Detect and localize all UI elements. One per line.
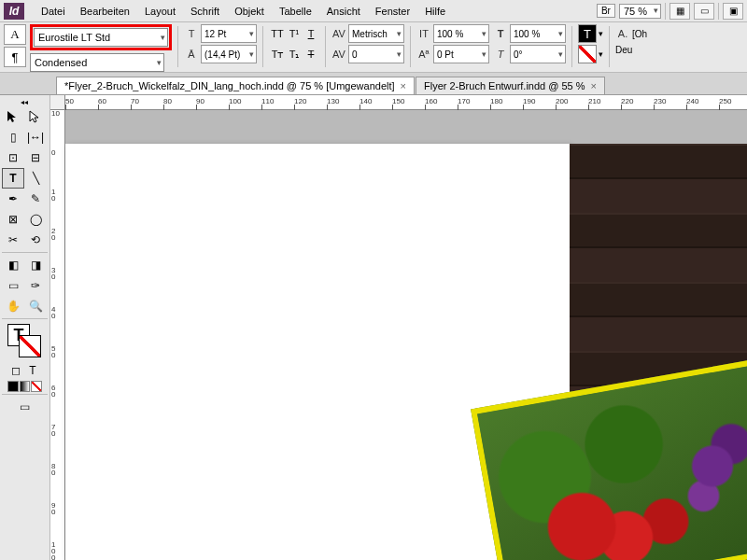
font-family-dropdown[interactable]: Eurostile LT Std (34, 28, 168, 47)
menu-objekt[interactable]: Objekt (227, 1, 272, 21)
wood-background-image[interactable] (570, 144, 747, 560)
horizontal-ruler[interactable]: 5060708090100110120130140150160170180190… (65, 95, 747, 110)
menu-bearbeiten[interactable]: Bearbeiten (73, 1, 137, 21)
rectangle-tool[interactable]: ◯ (24, 209, 47, 230)
apply-none-swatch[interactable] (31, 381, 42, 392)
pasteboard[interactable] (65, 110, 747, 560)
ruler-tick: 1 0 (51, 189, 61, 202)
ruler-tick: 2 0 (51, 228, 61, 241)
vscale-field[interactable]: 100 % (433, 24, 489, 43)
tab-active-document[interactable]: *Flyer_2-Bruch_Wickelfalz_DIN_lang_hoch.… (56, 77, 415, 94)
menu-tabelle[interactable]: Tabelle (272, 1, 319, 21)
apply-gradient-swatch[interactable] (20, 381, 31, 392)
underline-icon[interactable]: T (303, 24, 319, 43)
ruler-tick: 180 (490, 97, 502, 105)
pencil-tool[interactable]: ✎ (24, 189, 47, 209)
gradient-swatch-tool[interactable]: ◧ (2, 255, 24, 275)
workspace: ◂◂ ▯ |↔| ⊡ ⊟ T ╲ ✒ ✎ ⊠ ◯ ✂ ⟲ (0, 95, 747, 560)
menu-fenster[interactable]: Fenster (368, 1, 417, 21)
ruler-tick: 200 (556, 97, 568, 105)
leading-field[interactable]: (14,4 Pt) (201, 45, 257, 63)
lang-short: [Oh (632, 29, 647, 39)
ruler-tick: 150 (392, 97, 404, 105)
small-caps-icon[interactable]: Tᴛ (269, 45, 286, 63)
tab-label: *Flyer_2-Bruch_Wickelfalz_DIN_lang_hoch.… (64, 80, 395, 91)
close-icon[interactable]: × (591, 80, 597, 91)
note-tool[interactable]: ▭ (2, 275, 24, 296)
direct-selection-tool[interactable] (24, 106, 47, 127)
rectangle-frame-tool[interactable]: ⊠ (2, 209, 24, 230)
pasteboard-top (65, 110, 747, 144)
ruler-tick: 7 0 (51, 424, 61, 437)
ruler-tick: 9 0 (51, 502, 61, 515)
hscale-field[interactable]: 100 % (510, 24, 566, 43)
paragraph-mode-button[interactable]: ¶ (4, 47, 26, 67)
ruler-tick: 240 (686, 97, 698, 105)
baseline-field[interactable]: 0 Pt (433, 45, 489, 63)
tool-panel: ◂◂ ▯ |↔| ⊡ ⊟ T ╲ ✒ ✎ ⊠ ◯ ✂ ⟲ (0, 95, 50, 560)
formatting-text-icon[interactable]: T (24, 360, 41, 381)
hand-tool[interactable]: ✋ (2, 296, 24, 316)
stroke-color-button[interactable] (578, 45, 597, 63)
superscript-icon[interactable]: T¹ (286, 24, 303, 43)
font-style-dropdown[interactable]: Condensed (30, 53, 164, 72)
vertical-ruler[interactable]: 1001 02 03 04 05 06 07 08 09 01 0 0 (50, 110, 65, 560)
ruler-tick: 60 (98, 97, 106, 105)
subscript-icon[interactable]: T₁ (286, 45, 303, 63)
pen-tool[interactable]: ✒ (2, 189, 24, 209)
stroke-swatch[interactable] (19, 335, 41, 357)
gap-tool[interactable]: |↔| (24, 127, 47, 147)
apply-color-swatch[interactable] (7, 381, 19, 392)
lang-label: Deu (615, 45, 632, 55)
ruler-tick: 160 (425, 97, 437, 105)
all-caps-icon[interactable]: TT (269, 24, 286, 43)
type-tool[interactable]: T (2, 168, 24, 189)
eyedropper-tool[interactable]: ✑ (24, 275, 47, 296)
menu-datei[interactable]: Datei (34, 1, 73, 21)
ruler-tick: 190 (523, 97, 535, 105)
bridge-button[interactable]: Br (597, 4, 615, 18)
arrange-documents-icon[interactable]: ▣ (723, 3, 743, 20)
canvas-area: 5060708090100110120130140150160170180190… (50, 95, 747, 560)
view-options-icon[interactable]: ▦ (669, 3, 690, 20)
content-placer-tool[interactable]: ⊟ (24, 147, 47, 168)
ruler-tick: 120 (294, 97, 306, 105)
hscale-icon: T (493, 24, 508, 43)
tracking-field[interactable]: 0 (348, 45, 404, 63)
menu-schrift[interactable]: Schrift (183, 1, 227, 21)
close-icon[interactable]: × (401, 80, 406, 91)
zoom-tool[interactable]: 🔍 (24, 296, 47, 316)
screen-mode-icon[interactable]: ▭ (694, 3, 714, 20)
content-collector-tool[interactable]: ⊡ (2, 147, 24, 168)
screen-mode-tool[interactable]: ▭ (2, 397, 47, 417)
character-mode-button[interactable]: A (4, 24, 26, 45)
scissors-tool[interactable]: ✂ (2, 230, 24, 250)
menu-hilfe[interactable]: Hilfe (417, 1, 453, 21)
fill-stroke-swatch[interactable]: T (7, 324, 41, 357)
selection-tool[interactable] (2, 106, 24, 127)
line-tool[interactable]: ╲ (24, 168, 47, 189)
font-size-field[interactable]: 12 Pt (201, 24, 257, 43)
menu-ansicht[interactable]: Ansicht (319, 1, 368, 21)
formatting-container-icon[interactable]: ◻ (7, 360, 24, 381)
baseline-icon: Aª (416, 45, 431, 63)
ruler-tick: 140 (359, 97, 372, 105)
zoom-dropdown[interactable]: 75 % (619, 4, 661, 19)
ruler-tick: 110 (261, 97, 274, 105)
tab-document-2[interactable]: Flyer 2-Bruch Entwurf.indd @ 55 % × (416, 77, 605, 94)
skew-field[interactable]: 0° (510, 45, 566, 63)
page-tool[interactable]: ▯ (2, 127, 24, 147)
char-style-icon: A. (615, 24, 630, 43)
kerning-field[interactable]: Metrisch (348, 24, 404, 43)
collapse-icon[interactable]: ◂◂ (2, 97, 47, 106)
ruler-tick: 70 (131, 97, 139, 105)
ruler-origin[interactable] (50, 95, 65, 110)
menu-layout[interactable]: Layout (137, 1, 183, 21)
strikethrough-icon[interactable]: T (303, 45, 319, 63)
ruler-tick: 210 (588, 97, 600, 105)
font-family-highlight: Eurostile LT Std (30, 24, 172, 50)
free-transform-tool[interactable]: ⟲ (24, 230, 47, 250)
fill-color-button[interactable]: T (578, 24, 597, 43)
ruler-tick: 80 (163, 97, 172, 105)
gradient-feather-tool[interactable]: ◨ (24, 255, 47, 275)
